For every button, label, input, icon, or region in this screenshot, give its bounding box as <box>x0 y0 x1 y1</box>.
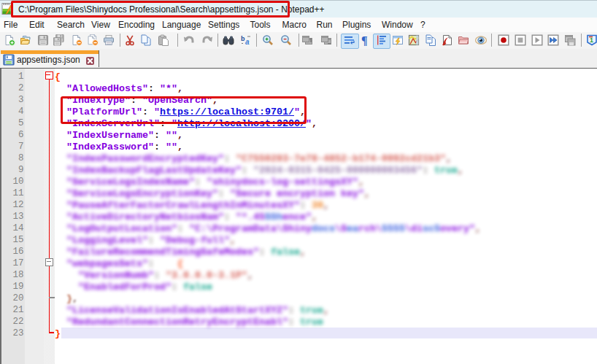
svg-text:a: a <box>245 38 250 46</box>
svg-text:¶: ¶ <box>361 34 368 46</box>
